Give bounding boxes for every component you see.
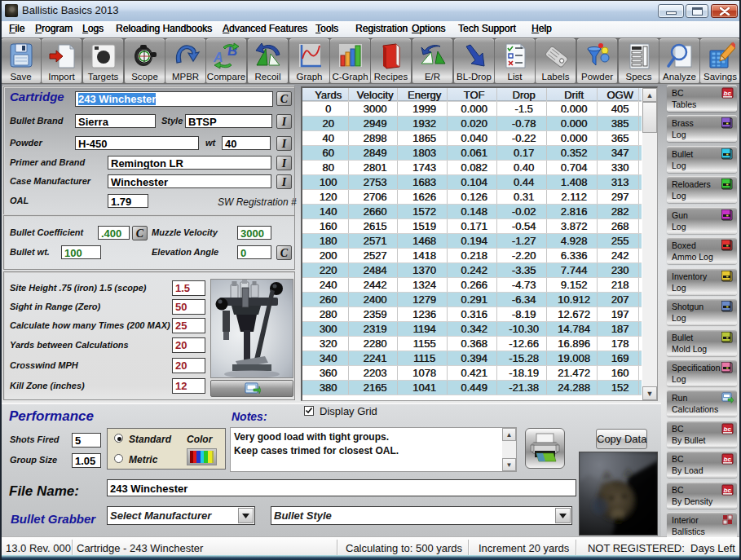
svg-text:bc: bc <box>724 456 732 463</box>
svg-text:bc: bc <box>724 426 732 433</box>
svg-text:bc: bc <box>724 487 732 494</box>
svg-text:A: A <box>213 51 223 64</box>
svg-text:bc: bc <box>724 90 732 97</box>
